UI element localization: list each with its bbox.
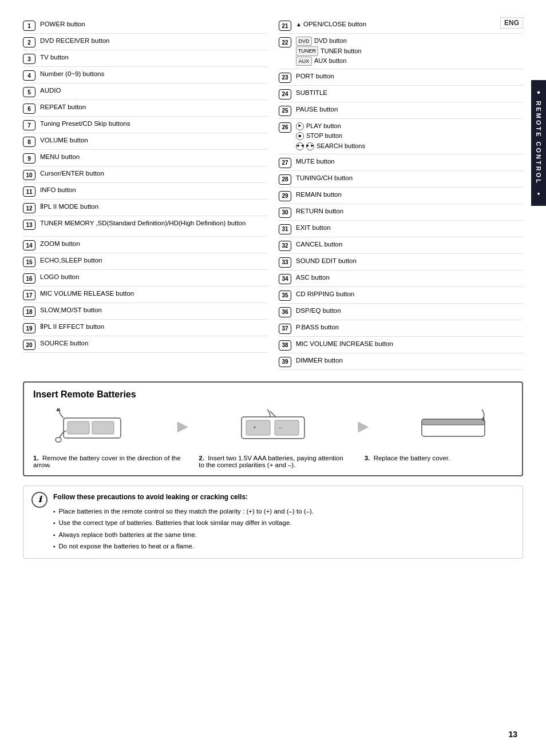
arrow-icon-2: ► bbox=[354, 416, 373, 437]
step-number: 3. bbox=[365, 455, 370, 461]
list-item: 10 Cursor/ENTER button bbox=[23, 166, 267, 183]
item-label: SLOW,MO/ST button bbox=[40, 305, 267, 315]
sub-row: ► PLAY button bbox=[296, 121, 523, 132]
item-number: 8 bbox=[23, 137, 35, 147]
step-number: 2. bbox=[199, 455, 204, 461]
item-number: 28 bbox=[279, 174, 291, 185]
item-label: EXIT button bbox=[296, 223, 523, 232]
item-label: VOLUME button bbox=[40, 136, 267, 145]
item-label: CANCEL button bbox=[296, 240, 523, 249]
item-number: 4 bbox=[23, 70, 35, 81]
list-item: 12 ⅡPL II MODE button bbox=[23, 200, 267, 216]
item-number: 30 bbox=[279, 208, 291, 218]
item-number: 2 bbox=[23, 37, 35, 47]
item-label: PORT button bbox=[296, 71, 523, 81]
list-item: 2 DVD RECEIVER button bbox=[23, 34, 267, 50]
item-label: LOGO button bbox=[40, 272, 267, 281]
search-left-icon: ◄◄ bbox=[296, 142, 304, 150]
item-label: POWER button bbox=[40, 19, 267, 29]
item-label: INFO button bbox=[40, 185, 267, 194]
list-item: 14 ZOOM button bbox=[23, 237, 267, 253]
list-item: 35 CD RIPPING button bbox=[279, 287, 523, 304]
step-number: 1. bbox=[33, 455, 39, 461]
list-item: 25 PAUSE button bbox=[279, 102, 523, 119]
step-text: Remove the battery cover in the directio… bbox=[33, 455, 181, 468]
stop-icon: ■ bbox=[296, 132, 304, 140]
item-number: 25 bbox=[279, 106, 291, 116]
sub-label: TUNER button bbox=[321, 46, 362, 57]
list-item: 18 SLOW,MO/ST button bbox=[23, 303, 267, 320]
item-label: ⅡPL II EFFECT button bbox=[40, 322, 267, 331]
item-label: TV button bbox=[40, 53, 267, 62]
item-label: REMAIN button bbox=[296, 190, 523, 199]
list-item: 24 SUBTITLE bbox=[279, 86, 523, 102]
list-item: 17 MIC VOLUME RELEASE button bbox=[23, 287, 267, 303]
item-label: AUDIO bbox=[40, 86, 267, 95]
note-bullet-2: Use the correct type of batteries. Batte… bbox=[53, 518, 314, 528]
list-item: 11 INFO button bbox=[23, 183, 267, 200]
play-icon: ► bbox=[296, 122, 304, 130]
battery-step-3: 3. Replace the battery cover. bbox=[365, 455, 513, 461]
arrow-icon-1: ► bbox=[173, 416, 192, 437]
svg-rect-2 bbox=[68, 421, 89, 434]
list-item: 19 ⅡPL II EFFECT button bbox=[23, 320, 267, 336]
sub-row: ■ STOP button bbox=[296, 131, 523, 141]
sub-row: ◄◄ ►► SEARCH buttons bbox=[296, 141, 523, 152]
item-number: 14 bbox=[23, 240, 35, 250]
list-item: 37 P.BASS button bbox=[279, 320, 523, 337]
svg-marker-1 bbox=[56, 408, 61, 411]
item-label: DSP/EQ button bbox=[296, 306, 523, 315]
item-label: SOUND EDIT button bbox=[296, 256, 523, 265]
svg-rect-11 bbox=[422, 419, 485, 425]
item-number: 12 bbox=[23, 203, 35, 213]
item-label: TUNING/CH button bbox=[296, 173, 523, 182]
item-number: 29 bbox=[279, 191, 291, 201]
note-content: Follow these precautions to avoid leakin… bbox=[53, 492, 314, 553]
item-label: DIMMER button bbox=[296, 356, 523, 365]
list-item: 23 PORT button bbox=[279, 69, 523, 86]
item-number: 22 bbox=[279, 37, 291, 47]
list-item: 21 ▲ OPEN/CLOSE button bbox=[279, 17, 523, 34]
list-item: 1 POWER button bbox=[23, 17, 267, 34]
item-number: 23 bbox=[279, 73, 291, 83]
item-label: Cursor/ENTER button bbox=[40, 169, 267, 178]
list-item: 16 LOGO button bbox=[23, 270, 267, 287]
sub-row: TUNER TUNER button bbox=[296, 46, 523, 57]
list-item: 34 ASC button bbox=[279, 270, 523, 287]
item-label: MIC VOLUME RELEASE button bbox=[40, 289, 267, 298]
item-number: 1 bbox=[23, 21, 35, 31]
note-bullet-4: Do not expose the batteries to heat or a… bbox=[53, 541, 314, 551]
list-item: 26 ► PLAY button ■ STOP button ◄◄ ►► SEA… bbox=[279, 119, 523, 154]
step-text: Insert two 1.5V AAA batteries, paying at… bbox=[199, 455, 343, 468]
item-number: 21 bbox=[279, 21, 291, 31]
item-label: Tuning Preset/CD Skip buttons bbox=[40, 119, 267, 128]
step-text: Replace the battery cover. bbox=[374, 455, 450, 461]
list-item: 32 CANCEL button bbox=[279, 237, 523, 254]
list-item: 39 DIMMER button bbox=[279, 353, 523, 370]
list-item: 6 REPEAT button bbox=[23, 100, 267, 117]
list-item: 13 TUNER MEMORY ,SD(Standard Definition)… bbox=[23, 216, 267, 237]
bullet-text: Do not expose the batteries to heat or a… bbox=[59, 541, 195, 551]
list-item: 9 MENU button bbox=[23, 150, 267, 166]
list-item: 27 MUTE button bbox=[279, 154, 523, 171]
note-bullet-3: Always replace both batteries at the sam… bbox=[53, 530, 314, 540]
battery-step-1: 1. Remove the battery cover in the direc… bbox=[33, 455, 181, 468]
item-number: 16 bbox=[23, 273, 35, 284]
item-label: CD RIPPING button bbox=[296, 289, 523, 299]
item-number: 27 bbox=[279, 158, 291, 168]
svg-point-4 bbox=[56, 437, 61, 442]
list-item: 22 DVD DVD button TUNER TUNER button AUX… bbox=[279, 34, 523, 69]
battery-instructions: 1. Remove the battery cover in the direc… bbox=[33, 455, 513, 468]
item-number: 34 bbox=[279, 274, 291, 284]
item-number: 19 bbox=[23, 323, 35, 333]
item-number: 17 bbox=[23, 290, 35, 300]
item-number: 32 bbox=[279, 241, 291, 251]
list-item: 38 MIC VOLUME INCREASE button bbox=[279, 337, 523, 353]
item-label: MIC VOLUME INCREASE button bbox=[296, 339, 523, 348]
item-label: REPEAT button bbox=[40, 102, 267, 112]
battery-diagram-2: + – bbox=[236, 407, 310, 447]
sub-label: AUX button bbox=[314, 56, 346, 66]
item-label: TUNER MEMORY ,SD(Standard Definition)/HD… bbox=[40, 218, 267, 228]
item-label: ASC button bbox=[296, 273, 523, 282]
item-number: 15 bbox=[23, 257, 35, 267]
